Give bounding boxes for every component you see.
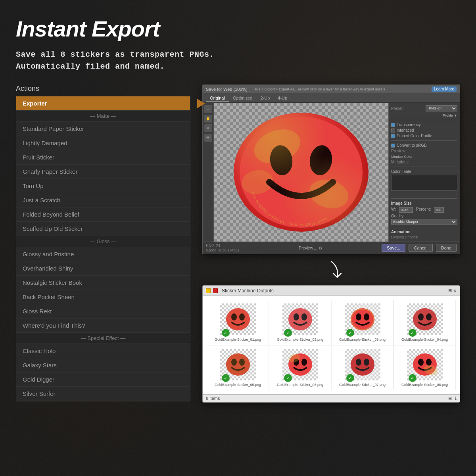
ps-color-table-label: Color Table <box>391 169 457 174</box>
file-close-btn[interactable]: ✕ <box>453 287 457 294</box>
file-label-1: GoldExample-Sticker_01.png <box>215 338 261 342</box>
action-item-exporter[interactable]: Exporter <box>16 96 190 111</box>
action-item-folded[interactable]: Folded Beyond Belief <box>16 207 190 222</box>
action-item-lightly-damaged[interactable]: Lightly Damaged <box>16 136 190 150</box>
header-subtitle: Save all 8 stickers as transparent PNGs.… <box>16 49 460 73</box>
ps-tool-select[interactable]: ↖ <box>204 105 212 113</box>
curved-arrow-container <box>202 259 460 283</box>
photoshop-window: Save for Web (100%) File > Export > Expo… <box>202 84 460 254</box>
action-item-just-scratch[interactable]: Just a Scratch <box>16 193 190 207</box>
svg-point-26 <box>226 353 250 376</box>
ps-tab-4up[interactable]: 4-Up <box>274 94 291 102</box>
ps-tab-2up[interactable]: 2-Up <box>256 94 274 102</box>
ps-width-input[interactable] <box>399 207 413 213</box>
mini-sticker-1 <box>224 307 252 332</box>
file-view-icon[interactable]: ⊞ <box>448 396 452 401</box>
win-close-button[interactable] <box>213 288 218 293</box>
ps-transparency-checkbox[interactable] <box>391 123 395 127</box>
ps-tab-optimized[interactable]: Optimized <box>229 94 257 102</box>
ps-quality-select[interactable]: Bicubic Sharper <box>391 219 457 225</box>
file-item-5[interactable]: ✓ GoldExample-Sticker_05.png <box>207 345 269 390</box>
ps-preset-row: Preset: PNG-24 <box>391 105 457 111</box>
ps-file-size: 5.65M <box>206 248 216 252</box>
file-label-2: GoldExample-Sticker_02.png <box>277 338 323 342</box>
file-thumbnail-4: ✓ <box>407 303 443 335</box>
screenshots-area: Save for Web (100%) File > Export > Expo… <box>202 84 460 403</box>
action-item-fruit-sticker[interactable]: Fruit Sticker <box>16 150 190 165</box>
svg-point-14 <box>288 308 312 330</box>
svg-point-37 <box>426 359 432 366</box>
ps-tab-original[interactable]: Original <box>206 94 229 102</box>
action-item-classic-holo[interactable]: Classic Holo <box>16 344 190 358</box>
action-item-gold-digger[interactable]: Gold Digger <box>16 372 190 387</box>
check-badge-6: ✓ <box>284 374 292 382</box>
ps-cancel-button[interactable]: Cancel <box>409 244 432 252</box>
ps-interlaced-checkbox[interactable] <box>391 129 395 132</box>
file-view-toggle[interactable]: ⊞ <box>448 287 451 294</box>
ps-done-button[interactable]: Done <box>436 244 457 252</box>
ps-embed-checkbox[interactable] <box>391 134 395 138</box>
ps-dimensions-row: W: Percent: <box>391 207 457 213</box>
sticker-gold-overlay <box>234 113 369 232</box>
ps-toolbar: ↖ ✋ ⊕ 👁 <box>203 103 214 242</box>
file-item-6[interactable]: ✓ GoldExample-Sticker_06.png <box>269 345 331 390</box>
ps-tool-eye[interactable]: 👁 <box>204 134 212 142</box>
page-title: Instant Export <box>16 16 460 42</box>
action-section-matte: — Matte — <box>16 111 190 122</box>
mini-sticker-3 <box>349 307 376 332</box>
action-item-back-pocket[interactable]: Back Pocket Sheen <box>16 290 190 304</box>
file-thumbnail-3: ✓ <box>345 303 380 335</box>
action-item-gnarly-paper[interactable]: Gnarly Paper Sticker <box>16 165 190 179</box>
ps-color-table-area <box>391 175 457 191</box>
ps-image-size-label: Image Size <box>391 201 457 205</box>
ps-transparency-row: Transparency <box>391 123 457 127</box>
file-item-1[interactable]: ✓ GoldExample-Sticker_01.png <box>207 300 269 345</box>
file-item-8[interactable]: ✓ GoldExample-Sticker_08.png <box>393 345 456 390</box>
ps-width-label: W: <box>391 207 396 213</box>
mini-sticker-2 <box>286 307 314 332</box>
action-item-gloss-rekt[interactable]: Gloss Rekt <box>16 304 190 319</box>
file-item-3[interactable]: ✓ GoldExample-Sticker_03.png <box>331 300 393 345</box>
curved-arrow-svg <box>307 259 355 283</box>
action-item-silver-surfer[interactable]: Silver Surfer <box>16 387 190 401</box>
svg-point-29 <box>301 359 307 366</box>
file-thumbnail-5: ✓ <box>220 349 256 380</box>
ps-title-text: Save for Web (100%) <box>206 87 248 92</box>
ps-tool-hand[interactable]: ✋ <box>204 115 212 123</box>
ps-bottom-left: PNG-24 5.65M at 56.9 Mbps <box>206 244 239 252</box>
file-item-2[interactable]: ✓ GoldExample-Sticker_02.png <box>269 300 331 345</box>
ps-convert-checkbox[interactable] <box>391 144 395 148</box>
ps-save-button[interactable]: Save... <box>382 244 405 252</box>
ps-tool-zoom[interactable]: ⊕ <box>204 124 212 132</box>
file-item-7[interactable]: ✓ GoldExample-Sticker_07.png <box>331 345 393 390</box>
action-item-scuffed[interactable]: Scuffed Up Old Sticker <box>16 222 190 236</box>
action-item-standard-paper[interactable]: Standard Paper Sticker <box>16 122 190 136</box>
file-thumbnail-1: ✓ <box>220 303 256 335</box>
ps-learn-more[interactable]: Learn More <box>432 86 457 92</box>
action-section-gloss: — Gloss — <box>16 236 190 247</box>
ps-preview-value: Monitor Color <box>391 155 457 159</box>
action-item-galaxy-stars[interactable]: Galaxy Stars <box>16 358 190 372</box>
check-badge-8: ✓ <box>409 374 416 382</box>
ps-canvas: sticker Machine and... 13 sticker Machin… <box>214 103 388 242</box>
ps-percent-input[interactable] <box>434 207 444 213</box>
file-thumbnail-6: ✓ <box>282 349 318 380</box>
mini-sticker-8 <box>411 352 439 377</box>
ps-convert-section: Convert to sRGB Preview: Monitor Color M… <box>391 140 457 164</box>
file-item-4[interactable]: ✓ GoldExample-Sticker_04.png <box>393 300 456 345</box>
action-item-overhandled[interactable]: Overhandled Shiny <box>16 261 190 276</box>
action-item-nostalgic[interactable]: Nostalgic Sticker Book <box>16 276 190 290</box>
action-item-whered-you[interactable]: Where'd you Find This? <box>16 319 190 333</box>
win-minimize-button[interactable] <box>206 288 211 293</box>
svg-point-15 <box>351 308 374 330</box>
action-item-torn-up[interactable]: Torn Up <box>16 179 190 193</box>
mini-sticker-5 <box>224 352 252 377</box>
actions-panel: Actions Exporter — Matte — Standard Pape… <box>16 84 190 401</box>
ps-interlaced-label: Interlaced <box>397 128 414 132</box>
action-item-glossy-pristine[interactable]: Glossy and Pristine <box>16 247 190 261</box>
file-browser-window: Sticker Machine Outputs ⊞ ✕ <box>202 285 460 403</box>
file-info-icon[interactable]: ℹ <box>455 396 457 401</box>
ps-embed-label: Embed Color Profile <box>397 134 432 138</box>
ps-preset-select[interactable]: PNG-24 <box>426 105 457 111</box>
ps-interlaced-row: Interlaced <box>391 128 457 132</box>
